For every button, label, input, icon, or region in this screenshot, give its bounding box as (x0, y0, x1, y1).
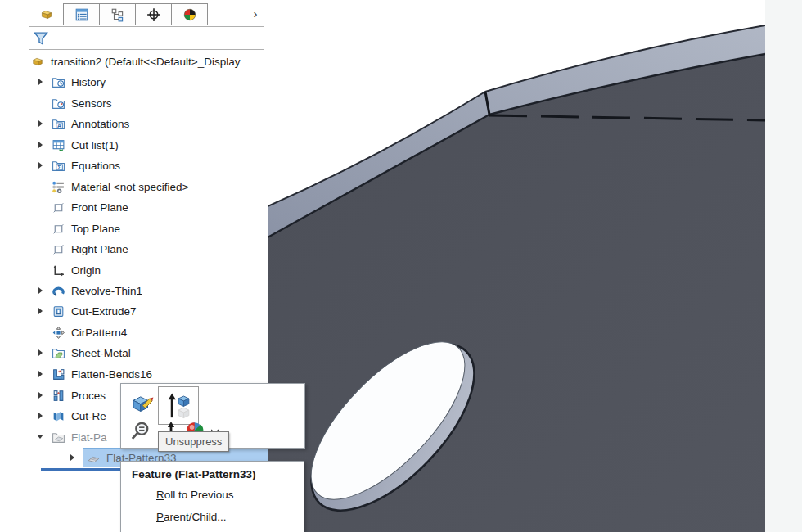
tree-item-label: transition2 (Default<<Default>_Display (51, 56, 241, 68)
equations-folder-icon: Σ (51, 159, 66, 173)
part-icon (29, 55, 46, 69)
tree-item-cut-extrude7[interactable]: Cut-Extrude7 (51, 302, 137, 320)
tree-item-flat-pattern-folder[interactable]: Flat-Pa (51, 428, 107, 446)
flat-pattern-folder-icon (51, 431, 66, 444)
history-folder-icon (51, 75, 66, 89)
tree-item-history[interactable]: History (51, 73, 106, 91)
material-icon (51, 180, 66, 194)
tree-item-right-plane[interactable]: Right Plane (51, 240, 128, 258)
magnify-button[interactable] (128, 418, 154, 444)
sensors-folder-icon (51, 97, 66, 110)
plane-icon (51, 222, 66, 236)
configurationmanager-icon (110, 7, 126, 22)
expand-arrow[interactable] (38, 162, 43, 169)
unsuppress-tooltip: Unsuppress (158, 431, 229, 452)
tree-item-annotations[interactable]: A Annotations (51, 115, 129, 133)
tree-item-label: Origin (71, 264, 101, 277)
featuremanager-part-icon (38, 7, 56, 22)
plane-icon (51, 242, 66, 256)
tree-item-revolve-thin1[interactable]: Revolve-Thin1 (51, 282, 142, 300)
context-menu-header: Feature (Flat-Pattern33) (121, 462, 304, 484)
tree-item-top-plane[interactable]: Top Plane (51, 219, 120, 237)
svg-text:A: A (57, 122, 61, 128)
tree-filter-input[interactable] (29, 26, 264, 50)
tree-item-cut-revolve[interactable]: Cut-Re (51, 407, 106, 425)
model-viewport[interactable] (268, 0, 765, 532)
expand-arrow[interactable] (38, 79, 43, 85)
menu-item-roll-to-previous[interactable]: Roll to Previous (121, 484, 304, 506)
tab-dimxpert[interactable] (135, 3, 172, 25)
magnify-icon (129, 420, 152, 443)
origin-icon (51, 264, 66, 277)
solidworks-window: › transition2 (Default<<Default>_Display (0, 0, 802, 532)
expand-arrow[interactable] (38, 142, 43, 148)
tree-item-label: Material <not specified> (71, 181, 188, 193)
edit-feature-icon (129, 391, 154, 416)
tree-item-origin[interactable]: Origin (51, 261, 101, 279)
filter-funnel-icon (32, 29, 50, 47)
plane-icon (51, 201, 66, 214)
tree-item-process-bends[interactable]: Proces (51, 386, 106, 404)
tree-item-cirpattern4[interactable]: CirPattern4 (51, 323, 127, 341)
expand-arrow[interactable] (38, 120, 43, 127)
tree-item-front-plane[interactable]: Front Plane (51, 198, 128, 216)
tree-item-label: Cut list(1) (71, 139, 119, 151)
expand-arrow[interactable] (70, 454, 74, 461)
sheetmetal-folder-icon (51, 346, 66, 360)
expand-arrow[interactable] (38, 392, 43, 399)
cut-revolve-icon (51, 409, 66, 423)
tree-item-label: Cut-Extrude7 (71, 305, 137, 318)
featuremanager-panel: › transition2 (Default<<Default>_Display (0, 0, 268, 532)
sheet-metal-model (268, 0, 765, 532)
process-bends-icon (51, 389, 66, 403)
tree-item-label: Annotations (71, 118, 129, 130)
tab-displaymanager[interactable] (171, 3, 208, 25)
expand-arrow[interactable] (38, 413, 43, 419)
tree-item-label: Revolve-Thin1 (71, 285, 142, 297)
tree-item-label: Cut-Re (71, 410, 106, 422)
menu-item-parent-child[interactable]: Parent/Child... (121, 506, 304, 528)
expand-arrow[interactable] (38, 308, 43, 314)
propertymanager-icon (74, 7, 90, 22)
tree-item-label: Sheet-Metal (71, 347, 131, 359)
tree-item-label: Sensors (71, 97, 112, 110)
cut-extrude-icon (51, 304, 66, 318)
displaymanager-icon (182, 7, 198, 22)
expand-arrow[interactable] (38, 349, 43, 356)
tree-item-sensors[interactable]: Sensors (51, 94, 112, 112)
tree-item-flatten-bends16[interactable]: Flatten-Bends16 (51, 365, 152, 383)
dimxpert-icon (146, 7, 162, 22)
cutlist-icon (51, 138, 66, 152)
expand-arrow[interactable] (38, 287, 43, 294)
tree-item-label: Proces (71, 390, 106, 402)
tree-item-label: Right Plane (71, 243, 128, 255)
unsuppress-icon (164, 391, 192, 421)
tree-item-label: Front Plane (71, 201, 128, 214)
tree-item-label: Flatten-Bends16 (71, 368, 152, 381)
tree-item-equations[interactable]: Σ Equations (51, 156, 120, 174)
tab-propertymanager[interactable] (63, 3, 100, 25)
tab-configurationmanager[interactable] (99, 3, 136, 25)
right-gutter (765, 0, 802, 532)
tree-item-material[interactable]: Material <not specified> (51, 178, 188, 196)
tab-featuremanager[interactable] (29, 3, 64, 25)
cirpattern-icon (51, 326, 66, 340)
flatten-bends-icon (51, 367, 66, 381)
annotations-folder-icon: A (51, 117, 66, 131)
flat-pattern-icon (86, 451, 101, 465)
tabs-overflow-chevron[interactable]: › (248, 5, 263, 21)
tree-item-root[interactable]: transition2 (Default<<Default>_Display (29, 52, 241, 70)
tree-item-sheet-metal[interactable]: Sheet-Metal (51, 344, 131, 362)
tree-item-label: Top Plane (71, 223, 120, 235)
tree-item-label: Equations (71, 160, 120, 172)
revolve-icon (51, 284, 66, 298)
tree-item-label: History (71, 76, 106, 88)
collapse-arrow[interactable] (37, 435, 43, 439)
tree-item-cutlist[interactable]: Cut list(1) (51, 136, 119, 154)
edit-feature-button[interactable] (128, 389, 155, 418)
expand-arrow[interactable] (38, 371, 43, 377)
tooltip-text: Unsuppress (165, 435, 222, 448)
context-menu: Feature (Flat-Pattern33) Roll to Previou… (120, 461, 304, 532)
tree-item-label: Flat-Pa (71, 431, 107, 444)
panel-tabs (29, 3, 208, 25)
